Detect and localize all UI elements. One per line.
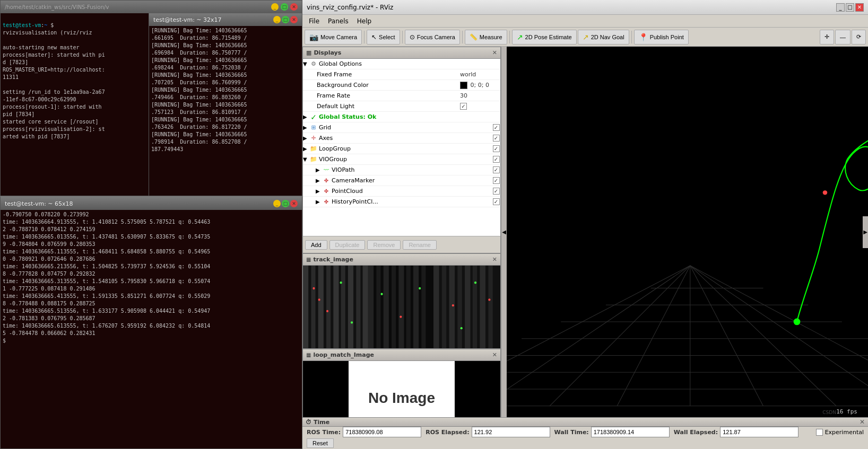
grid-checkbox[interactable] bbox=[493, 124, 500, 131]
vio-path-checkbox[interactable] bbox=[493, 166, 500, 173]
wall-elapsed-input[interactable] bbox=[720, 427, 798, 437]
right-arrow-icon: ▶ bbox=[863, 229, 867, 235]
terminal-bottom-min-btn[interactable]: _ bbox=[273, 200, 281, 207]
rviz-maximize-btn[interactable]: □ bbox=[846, 3, 854, 12]
history-point-checkbox[interactable] bbox=[493, 198, 500, 205]
duplicate-display-btn[interactable]: Duplicate bbox=[329, 240, 366, 250]
terminal-top-buttons[interactable]: _ □ ✕ bbox=[271, 3, 298, 11]
default-light-checkbox[interactable] bbox=[460, 103, 467, 110]
point-cloud-row[interactable]: ▶ ✤ PointCloud bbox=[303, 186, 500, 197]
frame-rate-row[interactable]: Frame Rate 30 bbox=[303, 91, 500, 101]
select-btn[interactable]: ↖ Select bbox=[367, 30, 400, 45]
displays-tree[interactable]: ▼ ⚙ Global Options Fixed Frame world Bac… bbox=[303, 59, 500, 236]
menu-file[interactable]: File bbox=[305, 16, 324, 26]
ros-elapsed-input[interactable] bbox=[472, 427, 550, 437]
publish-point-btn[interactable]: 📍 Publish Point bbox=[634, 30, 689, 45]
terminal-bottom-wm-btns[interactable]: _ □ ✕ bbox=[273, 200, 298, 207]
vio-path-row[interactable]: ▶ 〰 VIOPath bbox=[303, 165, 500, 175]
terminal-close-btn[interactable]: ✕ bbox=[290, 3, 298, 11]
global-options-arrow[interactable]: ▼ bbox=[303, 61, 309, 67]
time-icon: ⏱ bbox=[306, 419, 311, 426]
history-point-row[interactable]: ▶ ✤ HistoryPointCl... bbox=[303, 197, 500, 207]
left-collapse-arrow[interactable]: ◀ bbox=[501, 47, 507, 417]
track-image-close-icon[interactable]: ✕ bbox=[492, 256, 497, 263]
menu-help[interactable]: Help bbox=[353, 16, 376, 26]
rviz-wm-buttons[interactable]: _ □ ✕ bbox=[836, 3, 864, 12]
vio-group-label: VIOGroup bbox=[318, 156, 492, 163]
right-collapse-arrow[interactable]: ▶ bbox=[863, 216, 868, 248]
toolbar-minus-btn[interactable]: — bbox=[835, 30, 850, 45]
terminal-minimize-btn[interactable]: _ bbox=[271, 3, 279, 11]
camera-marker-checkbox[interactable] bbox=[493, 177, 500, 184]
vio-group-arrow[interactable]: ▼ bbox=[303, 156, 309, 162]
fixed-frame-value[interactable]: world bbox=[458, 71, 500, 78]
terminal-top-titlebar: /home/test/catkin_ws/src/VINS-Fusion/v _… bbox=[1, 1, 302, 13]
terminal-right-wm-btns[interactable]: _ □ ✕ bbox=[273, 16, 298, 23]
experimental-checkbox[interactable] bbox=[816, 429, 823, 436]
fixed-frame-row[interactable]: Fixed Frame world bbox=[303, 69, 500, 80]
2d-pose-label: 2D Pose Estimate bbox=[525, 34, 572, 40]
point-cloud-checkbox[interactable] bbox=[493, 188, 500, 195]
vio-path-arrow[interactable]: ▶ bbox=[316, 167, 322, 173]
camera-marker-row[interactable]: ▶ ✤ CameraMarker bbox=[303, 175, 500, 186]
move-camera-btn[interactable]: 📷 Move Camera bbox=[305, 30, 362, 45]
rviz-minimize-btn[interactable]: _ bbox=[836, 3, 845, 12]
history-point-arrow[interactable]: ▶ bbox=[316, 199, 322, 205]
background-color-value[interactable]: 0; 0; 0 bbox=[458, 82, 500, 89]
default-light-value[interactable] bbox=[458, 103, 500, 110]
2d-nav-btn[interactable]: ↗ 2D Nav Goal bbox=[578, 30, 629, 45]
add-display-btn[interactable]: Add bbox=[305, 240, 327, 250]
displays-panel-close[interactable]: ✕ bbox=[492, 49, 497, 56]
terminal-bottom-max-btn[interactable]: □ bbox=[282, 200, 289, 207]
terminal-right-close-btn[interactable]: ✕ bbox=[290, 16, 298, 23]
loop-match-close-icon[interactable]: ✕ bbox=[492, 351, 497, 358]
track-image-title-text: ▦ track_image bbox=[306, 256, 353, 263]
wall-time-input[interactable] bbox=[591, 427, 670, 437]
time-panel-close[interactable]: ✕ bbox=[860, 418, 865, 426]
rviz-3d-viewport[interactable]: ▶ 16 fps CSDN bbox=[507, 47, 868, 417]
reset-button[interactable]: Reset bbox=[307, 438, 334, 448]
global-status-row[interactable]: ▶ ✓ Global Status: Ok bbox=[303, 112, 500, 122]
axes-checkbox[interactable] bbox=[493, 135, 500, 142]
menu-panels[interactable]: Panels bbox=[324, 16, 353, 26]
focus-camera-btn[interactable]: ⊙ Focus Camera bbox=[405, 30, 460, 45]
toolbar-sync-btn[interactable]: ⟳ bbox=[852, 30, 866, 45]
grid-arrow[interactable]: ▶ bbox=[303, 125, 309, 130]
loop-group-arrow[interactable]: ▶ bbox=[303, 146, 309, 152]
terminal-right-min-btn[interactable]: _ bbox=[273, 16, 281, 23]
rviz-titlebar: vins_rviz_config.rviz* - RViz _ □ ✕ bbox=[302, 0, 868, 15]
grid-row[interactable]: ▶ ⊞ Grid bbox=[303, 122, 500, 133]
toolbar-sep-2 bbox=[402, 31, 403, 43]
default-light-row[interactable]: Default Light bbox=[303, 101, 500, 112]
global-status-arrow[interactable]: ▶ bbox=[303, 114, 309, 120]
terminal-top-title: /home/test/catkin_ws/src/VINS-Fusion/v bbox=[5, 4, 109, 10]
vio-group-row[interactable]: ▼ 📁 VIOGroup bbox=[303, 154, 500, 165]
rviz-close-btn[interactable]: ✕ bbox=[855, 3, 864, 12]
global-options-row[interactable]: ▼ ⚙ Global Options bbox=[303, 59, 500, 69]
svg-rect-16 bbox=[368, 266, 374, 348]
terminal-right-max-btn[interactable]: □ bbox=[282, 16, 289, 23]
axes-row[interactable]: ▶ ✛ Axes bbox=[303, 133, 500, 144]
loop-group-checkbox[interactable] bbox=[493, 145, 500, 152]
terminal-maximize-btn[interactable]: □ bbox=[281, 3, 288, 11]
svg-rect-3 bbox=[318, 266, 324, 348]
measure-btn[interactable]: 📏 Measure bbox=[465, 30, 507, 45]
toolbar-cross-btn[interactable]: ✛ bbox=[820, 30, 834, 45]
left-arrow-icon: ◀ bbox=[502, 229, 506, 235]
2d-pose-btn[interactable]: ↗ 2D Pose Estimate bbox=[512, 30, 577, 45]
terminal-bottom-close-btn[interactable]: ✕ bbox=[290, 200, 298, 207]
vio-group-folder-icon: 📁 bbox=[309, 155, 318, 164]
svg-point-14 bbox=[318, 298, 320, 301]
ros-time-input[interactable] bbox=[343, 427, 421, 437]
axes-arrow[interactable]: ▶ bbox=[303, 135, 309, 141]
point-cloud-arrow[interactable]: ▶ bbox=[316, 188, 322, 194]
rename-display-btn[interactable]: Rename bbox=[403, 240, 437, 250]
remove-display-btn[interactable]: Remove bbox=[367, 240, 401, 250]
camera-marker-arrow[interactable]: ▶ bbox=[316, 178, 322, 183]
rviz-toolbar: 📷 Move Camera ↖ Select ⊙ Focus Camera 📏 … bbox=[302, 28, 868, 47]
background-color-row[interactable]: Background Color 0; 0; 0 bbox=[303, 80, 500, 91]
axes-icon: ✛ bbox=[309, 134, 318, 143]
frame-rate-value[interactable]: 30 bbox=[458, 92, 500, 99]
loop-group-row[interactable]: ▶ 📁 LoopGroup bbox=[303, 144, 500, 154]
vio-group-checkbox[interactable] bbox=[493, 156, 500, 163]
